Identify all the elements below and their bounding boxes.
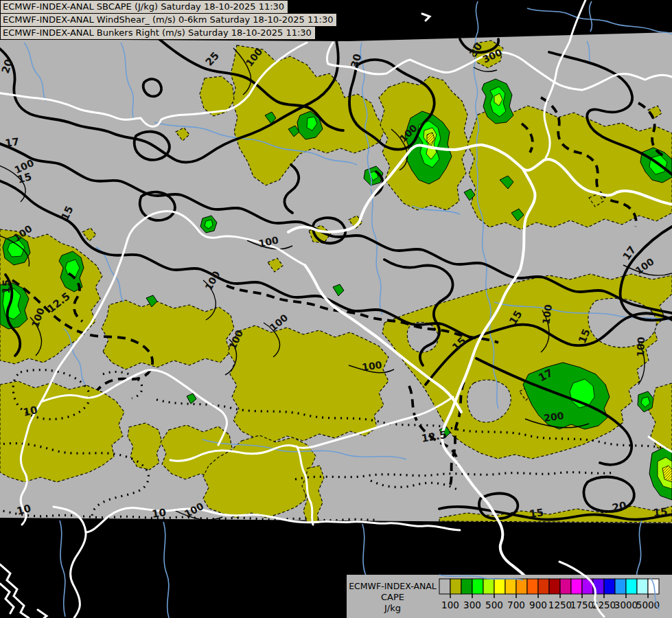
legend-color-cell	[648, 579, 659, 594]
title-line-windshear: ECMWF-INDEX-ANAL WindShear_ (m/s) 0-6km …	[0, 13, 337, 27]
legend-tick-label: 1250	[548, 599, 572, 610]
legend-color-cell	[505, 579, 516, 594]
legend-color-cell	[516, 579, 527, 594]
contour-label-15: 15	[653, 505, 668, 519]
legend-tick-label: 500	[485, 599, 503, 610]
legend: ECMWF-INDEX-ANAL CAPE J/kg 1003005007009…	[347, 575, 672, 618]
legend-color-cell	[538, 579, 549, 594]
legend-tick-label: 3000	[614, 599, 638, 610]
legend-model-label: ECMWF-INDEX-ANAL	[349, 581, 437, 591]
legend-color-cell	[483, 579, 494, 594]
legend-color-cell	[637, 579, 648, 594]
legend-unit-label: J/kg	[384, 603, 401, 613]
legend-color-cell	[549, 579, 560, 594]
contour-label-10: 10	[151, 506, 167, 520]
contour-label-15: 15	[529, 506, 544, 520]
legend-color-cell	[494, 579, 505, 594]
legend-color-cell	[604, 579, 615, 594]
legend-param-label: CAPE	[381, 592, 404, 602]
weather-map: 202530301715151512.510101012.51515151717…	[0, 0, 672, 618]
legend-tick-label: 100	[441, 599, 459, 610]
contour-label-15: 15	[0, 279, 13, 294]
legend-color-cell	[560, 579, 571, 594]
legend-color-cell	[626, 579, 637, 594]
legend-color-cell	[527, 579, 538, 594]
legend-tick-label: 1750	[570, 599, 594, 610]
legend-color-cell	[472, 579, 483, 594]
title-line-bunkers: ECMWF-INDEX-ANAL Bunkers Right (m/s) Sat…	[0, 26, 316, 40]
legend-colorbar	[439, 579, 659, 594]
legend-color-cell	[571, 579, 582, 594]
legend-tick-label: 700	[507, 599, 525, 610]
legend-tick-label: 900	[529, 599, 547, 610]
legend-color-cell	[450, 579, 461, 594]
legend-color-cell	[439, 579, 450, 594]
contour-label-100: 100	[635, 336, 647, 357]
weather-map-page: 202530301715151512.510101012.51515151717…	[0, 0, 672, 618]
title-line-sbcape: ECMWF-INDEX-ANAL SBCAPE (J/kg) Saturday …	[0, 0, 288, 14]
legend-color-cell	[615, 579, 626, 594]
legend-color-cell	[461, 579, 472, 594]
contour-label-17: 17	[4, 135, 20, 150]
legend-tick-label: 300	[463, 599, 481, 610]
